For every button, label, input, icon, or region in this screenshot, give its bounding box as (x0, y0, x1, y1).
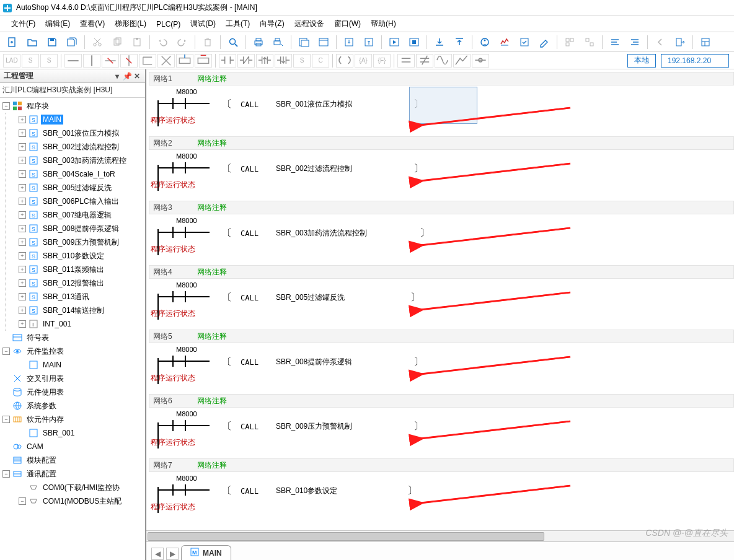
expand-icon[interactable]: + (19, 198, 26, 205)
run-icon[interactable] (386, 34, 403, 50)
hline-icon[interactable] (64, 54, 82, 68)
menu-tools[interactable]: 工具(T) (221, 17, 255, 30)
step-c-icon[interactable]: C (312, 54, 329, 68)
tree-sub[interactable]: +SSBR_002过滤流程控制 (10, 140, 145, 154)
scrollbar-thumb[interactable] (148, 532, 544, 541)
func-a-icon[interactable]: {A} (355, 54, 372, 68)
network-rung[interactable]: 网络1网络注释M8000程序运行状态〔CALLSBR_001液位压力模拟〕 (149, 72, 734, 129)
expand-icon[interactable]: + (19, 225, 26, 232)
tree-sub-main[interactable]: +SMAIN (10, 113, 145, 126)
tree-com1[interactable]: −COM1(MODBUS主站配 (1, 494, 145, 508)
network-rung[interactable]: 网络4网络注释M8000程序运行状态〔CALLSBR_005过滤罐反洗〕 (149, 265, 734, 322)
connection-mode[interactable]: 本地 (627, 54, 656, 68)
expand-icon[interactable]: + (19, 211, 26, 219)
rising-edge-icon[interactable] (256, 54, 273, 68)
compare-ne-icon[interactable] (416, 54, 433, 68)
tree-sub[interactable]: +SSBR_005过滤罐反洗 (10, 181, 145, 195)
s-button-1[interactable]: S (22, 54, 39, 68)
tree-sub[interactable]: +SSBR_013通讯 (10, 290, 145, 304)
collapse-icon[interactable]: − (2, 470, 10, 478)
tree-modcfg[interactable]: 模块配置 (1, 453, 145, 467)
vline-icon[interactable] (83, 54, 100, 68)
tree-program-block[interactable]: − 程序块 (1, 99, 145, 113)
contact[interactable]: M8000 (157, 348, 210, 359)
tree-softmem-child[interactable]: SBR_001 (1, 426, 145, 440)
tree-sub[interactable]: +SSBR_007继电器逻辑 (10, 208, 145, 222)
network-rung[interactable]: 网络5网络注释M8000程序运行状态〔CALLSBR_008提前停泵逻辑〕 (149, 330, 734, 387)
cut-icon[interactable] (89, 34, 106, 50)
graph-icon[interactable] (453, 54, 471, 68)
grid2-icon[interactable] (581, 34, 598, 50)
call-instruction[interactable]: 〔CALLSBR_009压力预警机制〕 (222, 420, 423, 433)
project-root[interactable]: 汇川PLC编程H3U实战案例 [H3U] (0, 83, 145, 98)
vdel-icon[interactable] (120, 54, 138, 68)
lad-mode-button[interactable]: LAD (3, 54, 20, 68)
align1-icon[interactable] (606, 34, 624, 50)
branch-icon[interactable] (139, 54, 156, 68)
tree-sub[interactable]: +SSBR_003加药清洗流程控 (10, 154, 145, 167)
save-all-icon[interactable] (63, 34, 81, 50)
tree-sub[interactable]: +SSBR_012报警输出 (10, 276, 145, 290)
network-header[interactable]: 网络6网络注释 (149, 394, 734, 408)
menu-remote[interactable]: 远程设备 (290, 17, 329, 30)
expand-icon[interactable]: + (19, 293, 26, 300)
tree-xref[interactable]: 交叉引用表 (1, 372, 145, 385)
network-header[interactable]: 网络2网络注释 (149, 136, 734, 150)
network-body[interactable]: M8000程序运行状态〔CALLSBR_003加药清洗流程控制〕 (149, 214, 734, 258)
inv-icon[interactable] (472, 54, 489, 68)
close-icon[interactable]: ✕ (133, 72, 141, 81)
menu-wizard[interactable]: 向导(Z) (255, 17, 289, 30)
tree-commcfg[interactable]: −通讯配置 (1, 467, 145, 481)
falling-edge-icon[interactable] (275, 54, 292, 68)
tree-sub[interactable]: +SSBR_010参数设定 (10, 249, 145, 263)
network-header[interactable]: 网络1网络注释 (149, 72, 734, 85)
tree-sysparam[interactable]: 系统参数 (1, 399, 145, 413)
compare-eq-icon[interactable] (397, 54, 415, 68)
window1-icon[interactable] (295, 34, 312, 50)
call-instruction[interactable]: 〔CALLSBR_002过滤流程控制〕 (222, 162, 423, 175)
back-icon[interactable] (652, 34, 669, 50)
tree-symbol-table[interactable]: 符号表 (1, 331, 145, 344)
network-body[interactable]: M8000程序运行状态〔CALLSBR_008提前停泵逻辑〕 (149, 343, 734, 387)
contact[interactable]: M8000 (157, 477, 210, 488)
window2-icon[interactable] (315, 34, 332, 50)
call-instruction[interactable]: 〔CALLSBR_003加药清洗流程控制〕 (222, 227, 430, 240)
network-body[interactable]: M8000程序运行状态〔CALLSBR_002过滤流程控制〕 (149, 150, 734, 193)
tree-com0[interactable]: COM0(下载/HMI监控协 (1, 481, 145, 494)
contact[interactable]: M8000 (157, 413, 210, 424)
edit-icon[interactable] (536, 34, 553, 50)
menu-debug[interactable]: 调试(D) (185, 17, 221, 30)
network-body[interactable]: M8000程序运行状态〔CALLSBR_009压力预警机制〕 (149, 408, 734, 451)
network-header[interactable]: 网络7网络注释 (149, 458, 734, 472)
network-header[interactable]: 网络4网络注释 (149, 265, 734, 279)
tree-sub[interactable]: +SSBR_009压力预警机制 (10, 235, 145, 249)
undo-icon[interactable] (154, 34, 171, 50)
contact-open-icon[interactable] (219, 54, 236, 68)
tree-sub[interactable]: +SSBR_001液位压力模拟 (10, 126, 145, 140)
tab-prev-icon[interactable]: ◀ (151, 548, 164, 560)
expand-icon[interactable]: + (19, 116, 26, 123)
print-icon[interactable] (250, 34, 267, 50)
tree-sub[interactable]: +SSBR_011泵频输出 (10, 263, 145, 276)
expand-icon[interactable]: + (19, 238, 26, 246)
tree-usage[interactable]: 元件使用表 (1, 385, 145, 399)
menu-file[interactable]: 文件(F) (6, 17, 40, 30)
editor-body[interactable]: 网络1网络注释M8000程序运行状态〔CALLSBR_001液位压力模拟〕网络2… (146, 69, 734, 530)
step-s-icon[interactable]: S (293, 54, 311, 68)
network-rung[interactable]: 网络3网络注释M8000程序运行状态〔CALLSBR_003加药清洗流程控制〕 (149, 201, 734, 258)
collapse-icon[interactable]: − (2, 102, 10, 110)
call-instruction[interactable]: 〔CALLSBR_001液位压力模拟〕 (222, 98, 423, 111)
copy-icon[interactable] (108, 34, 126, 50)
expand-icon[interactable]: + (19, 129, 26, 137)
redo-icon[interactable] (174, 34, 191, 50)
wave-icon[interactable] (435, 54, 452, 68)
stop-icon[interactable] (405, 34, 423, 50)
tree-int[interactable]: +IINT_001 (10, 317, 145, 331)
expand-icon[interactable]: + (19, 157, 26, 164)
s-button-2[interactable]: S (40, 54, 58, 68)
menu-edit[interactable]: 编辑(E) (40, 17, 75, 30)
open-icon[interactable] (24, 34, 41, 50)
contact[interactable]: M8000 (157, 284, 210, 295)
network-body[interactable]: M8000程序运行状态〔CALLSBR_010参数设定〕 (149, 472, 734, 515)
save-icon[interactable] (43, 34, 61, 50)
